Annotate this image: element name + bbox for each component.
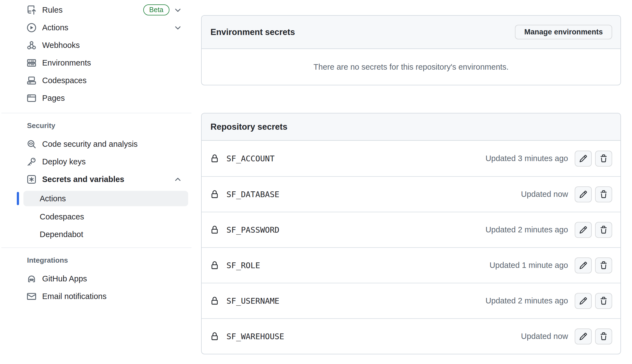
sidebar-item-label: Deploy keys [42, 157, 86, 166]
sidebar-subitem-label: Actions [40, 194, 66, 203]
sidebar-item-secrets-and-variables[interactable]: Secrets and variables [0, 170, 193, 188]
section-label-security: Security [0, 116, 193, 135]
sidebar-item-label: Code security and analysis [42, 140, 138, 149]
sidebar-item-label: Pages [42, 94, 65, 103]
edit-secret-button[interactable] [575, 151, 592, 167]
sidebar-item-rules[interactable]: Rules Beta [0, 1, 193, 19]
edit-secret-button[interactable] [575, 328, 592, 344]
section-label-integrations: Integrations [0, 251, 193, 270]
sidebar-subitem-label: Codespaces [40, 212, 84, 221]
chevron-down-icon [174, 6, 182, 14]
lock-icon [210, 332, 219, 341]
sidebar-subitem-actions-selected[interactable]: Actions [23, 191, 188, 206]
secret-updated: Updated 2 minutes ago [485, 225, 568, 234]
pencil-icon [579, 226, 587, 234]
edit-secret-button[interactable] [575, 293, 592, 309]
lock-icon [210, 154, 219, 163]
repository-secrets-title: Repository secrets [210, 122, 287, 132]
lock-icon [210, 190, 219, 199]
secret-updated: Updated now [521, 332, 568, 341]
edit-secret-button[interactable] [575, 186, 592, 202]
secret-updated: Updated 3 minutes ago [485, 154, 568, 163]
sidebar-subitem-codespaces[interactable]: Codespaces [0, 208, 193, 226]
secret-updated: Updated 2 minutes ago [485, 296, 568, 305]
settings-main: Environment secrets Manage environments … [201, 0, 621, 354]
sidebar-divider [1, 248, 191, 248]
sidebar-item-pages[interactable]: Pages [0, 89, 193, 107]
sidebar-divider [1, 113, 191, 113]
trash-icon [599, 297, 608, 305]
sidebar-item-label: Actions [42, 23, 68, 32]
trash-icon [599, 226, 608, 234]
pencil-icon [579, 154, 587, 163]
hubot-icon [27, 274, 36, 283]
secret-row: SF_PASSWORD Updated 2 minutes ago [202, 212, 620, 247]
repository-secrets-header: Repository secrets [202, 113, 620, 141]
secret-name: SF_ROLE [226, 261, 260, 270]
delete-secret-button[interactable] [595, 151, 612, 167]
environment-secrets-empty-message: There are no secrets for this repository… [202, 49, 620, 85]
sidebar-item-deploy-keys[interactable]: Deploy keys [0, 153, 193, 170]
sidebar-item-label: Email notifications [42, 292, 107, 301]
pencil-icon [579, 190, 587, 199]
sidebar-item-actions[interactable]: Actions [0, 19, 193, 36]
edit-secret-button[interactable] [575, 222, 592, 238]
sidebar-item-label: Secrets and variables [42, 175, 124, 184]
trash-icon [599, 261, 608, 270]
lock-icon [210, 297, 219, 305]
delete-secret-button[interactable] [595, 328, 612, 344]
sidebar-item-code-security[interactable]: Code security and analysis [0, 135, 193, 153]
trash-icon [599, 332, 608, 341]
codescan-icon [27, 140, 36, 149]
sidebar-item-github-apps[interactable]: GitHub Apps [0, 270, 193, 287]
server-icon [27, 58, 36, 67]
environment-secrets-title: Environment secrets [210, 27, 295, 37]
chevron-down-icon [174, 24, 182, 32]
secret-updated: Updated 1 minute ago [490, 261, 568, 270]
sidebar-item-label: Webhooks [42, 41, 80, 50]
sidebar-item-codespaces[interactable]: Codespaces [0, 72, 193, 89]
secret-name: SF_USERNAME [226, 296, 279, 306]
sidebar-item-environments[interactable]: Environments [0, 54, 193, 72]
secret-row: SF_ROLE Updated 1 minute ago [202, 247, 620, 283]
browser-icon [27, 94, 36, 103]
sidebar-subitem-label: Dependabot [40, 230, 83, 239]
delete-secret-button[interactable] [595, 186, 612, 202]
sidebar-subitem-dependabot[interactable]: Dependabot [0, 226, 193, 243]
sidebar-item-label: GitHub Apps [42, 274, 87, 283]
environment-secrets-panel: Environment secrets Manage environments … [201, 15, 621, 85]
delete-secret-button[interactable] [595, 293, 612, 309]
trash-icon [599, 154, 608, 163]
sidebar-item-label: Codespaces [42, 76, 87, 85]
key-icon [27, 157, 36, 166]
secret-name: SF_PASSWORD [226, 225, 279, 235]
sidebar-item-label: Environments [42, 58, 91, 67]
repo-push-icon [27, 6, 36, 15]
delete-secret-button[interactable] [595, 222, 612, 238]
settings-sidebar: Rules Beta Actions Webhooks Environments… [0, 1, 193, 305]
secret-row: SF_USERNAME Updated 2 minutes ago [202, 283, 620, 318]
lock-icon [210, 226, 219, 234]
delete-secret-button[interactable] [595, 257, 612, 273]
asterisk-box-icon [27, 175, 36, 184]
secret-row: SF_ACCOUNT Updated 3 minutes ago [202, 141, 620, 176]
secret-name: SF_WAREHOUSE [226, 332, 284, 341]
manage-environments-button[interactable]: Manage environments [515, 25, 612, 39]
codespaces-icon [27, 76, 36, 85]
trash-icon [599, 190, 608, 199]
edit-secret-button[interactable] [575, 257, 592, 273]
chevron-up-icon [174, 175, 182, 183]
webhook-icon [27, 41, 36, 50]
mail-icon [27, 292, 36, 301]
pencil-icon [579, 261, 587, 270]
sidebar-item-webhooks[interactable]: Webhooks [0, 36, 193, 54]
lock-icon [210, 261, 219, 270]
sidebar-item-email-notifications[interactable]: Email notifications [0, 287, 193, 305]
secret-name: SF_ACCOUNT [226, 154, 275, 163]
secret-updated: Updated now [521, 190, 568, 199]
pencil-icon [579, 297, 587, 305]
play-icon [27, 23, 36, 32]
repository-secrets-panel: Repository secrets SF_ACCOUNT Updated 3 … [201, 113, 621, 354]
environment-secrets-header: Environment secrets Manage environments [202, 16, 620, 49]
secret-name: SF_DATABASE [226, 190, 279, 199]
